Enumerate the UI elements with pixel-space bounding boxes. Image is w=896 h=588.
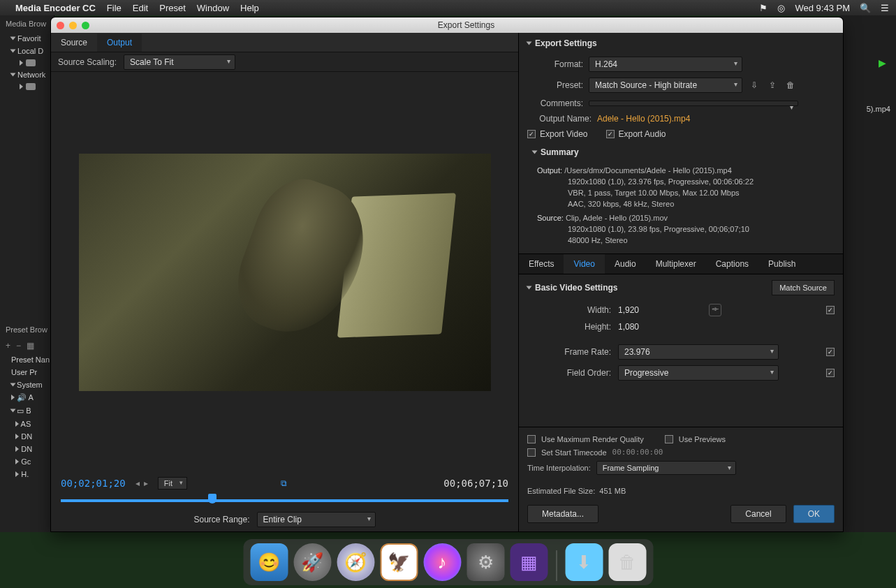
height-label: Height: xyxy=(527,322,611,332)
comments-input[interactable] xyxy=(589,101,798,106)
tab-captions[interactable]: Captions xyxy=(706,254,758,274)
menu-preset[interactable]: Preset xyxy=(159,3,186,13)
height-value[interactable]: 1,080 xyxy=(618,322,674,332)
framerate-dropdown[interactable]: 23.976 xyxy=(618,344,779,360)
notification-icon[interactable]: ⚑ xyxy=(759,3,768,13)
disclosure-icon[interactable] xyxy=(527,42,532,45)
preset-system[interactable]: System xyxy=(0,378,54,391)
cc-icon[interactable]: ◎ xyxy=(777,3,785,13)
width-match-checkbox[interactable] xyxy=(826,306,835,314)
menu-help[interactable]: Help xyxy=(240,3,259,13)
menu-window[interactable]: Window xyxy=(197,3,229,13)
tree-drive[interactable] xyxy=(0,57,54,68)
preset-item[interactable]: DN xyxy=(0,430,54,443)
fieldorder-label: Field Order: xyxy=(527,368,611,378)
preset-options-icon[interactable]: ▦ xyxy=(27,341,34,351)
preset-dropdown[interactable]: Match Source - High bitrate xyxy=(589,78,742,93)
remove-preset-icon[interactable]: − xyxy=(16,341,21,351)
close-window-icon[interactable] xyxy=(57,22,64,29)
tree-local-drives[interactable]: Local D xyxy=(0,45,54,57)
dock-downloads-icon[interactable]: ⬇ xyxy=(565,543,603,581)
source-range-label: Source Range: xyxy=(193,515,249,524)
metadata-button[interactable]: Metadata... xyxy=(527,505,598,523)
output-name-link[interactable]: Adele - Hello (2015).mp4 xyxy=(597,114,690,124)
width-value[interactable]: 1,920 xyxy=(618,305,674,315)
tab-output[interactable]: Output xyxy=(97,34,142,52)
menu-list-icon[interactable]: ☰ xyxy=(881,3,889,13)
preview-pane: Source Output Source Scaling: Scale To F… xyxy=(51,33,519,531)
preset-item[interactable]: Gc xyxy=(0,455,54,468)
dock-safari-icon[interactable]: 🧭 xyxy=(337,543,374,581)
format-dropdown[interactable]: H.264 xyxy=(589,57,742,72)
tab-publish[interactable]: Publish xyxy=(758,254,805,274)
time-interp-dropdown[interactable]: Frame Sampling xyxy=(596,461,736,475)
export-audio-checkbox[interactable] xyxy=(606,130,615,138)
tab-effects[interactable]: Effects xyxy=(519,254,564,274)
delete-preset-icon[interactable]: 🗑 xyxy=(784,79,797,91)
playhead[interactable] xyxy=(208,494,216,504)
settings-pane: Export Settings Format: H.264 Preset: Ma… xyxy=(519,33,843,531)
duration-timecode: 00;06;07;10 xyxy=(443,478,508,489)
use-previews-checkbox[interactable] xyxy=(665,435,673,443)
queue-panel-bg: ▶ 5).mp4 xyxy=(840,15,896,532)
preset-item[interactable]: 🔊 A xyxy=(0,391,54,404)
dock-itunes-icon[interactable]: ♪ xyxy=(423,543,461,581)
menu-file[interactable]: File xyxy=(107,3,122,13)
tab-audio[interactable]: Audio xyxy=(605,254,646,274)
dock-launchpad-icon[interactable]: 🚀 xyxy=(293,543,331,581)
preset-item[interactable]: DN xyxy=(0,443,54,455)
framerate-match-checkbox[interactable] xyxy=(826,348,835,356)
link-dimensions-icon[interactable]: ⬲ xyxy=(709,304,721,316)
dock-trash-icon[interactable]: 🗑 xyxy=(608,543,646,581)
source-scaling-label: Source Scaling: xyxy=(58,57,117,67)
dock-mail-icon[interactable]: 🦅 xyxy=(380,543,418,581)
tree-network[interactable]: Network xyxy=(0,68,54,81)
preset-browser-panel: Preset Brow + − ▦ Preset Nan User Pr Sys… xyxy=(0,321,54,480)
timeline[interactable] xyxy=(51,494,518,508)
start-tc-value[interactable]: 00:00:00:00 xyxy=(612,448,663,457)
add-preset-icon[interactable]: + xyxy=(6,341,10,351)
dock-media-encoder-icon[interactable]: ▦ xyxy=(510,543,548,581)
preset-item[interactable]: AS xyxy=(0,418,54,430)
preset-item[interactable]: H. xyxy=(0,468,54,480)
tree-net-drive[interactable] xyxy=(0,81,54,92)
disclosure-icon[interactable] xyxy=(532,151,538,154)
save-preset-icon[interactable]: ⇩ xyxy=(748,79,761,91)
ok-button[interactable]: OK xyxy=(793,505,835,523)
export-video-label: Export Video xyxy=(540,129,588,139)
fieldorder-match-checkbox[interactable] xyxy=(826,369,835,377)
video-preview[interactable] xyxy=(79,154,491,391)
export-video-checkbox[interactable] xyxy=(527,130,536,138)
crop-icon[interactable]: ⧉ xyxy=(281,478,287,488)
import-preset-icon[interactable]: ⇪ xyxy=(766,79,779,91)
step-back-icon[interactable]: ◂ xyxy=(135,478,140,488)
tab-video[interactable]: Video xyxy=(564,254,604,274)
source-scaling-dropdown[interactable]: Scale To Fit xyxy=(124,54,235,70)
zoom-dropdown[interactable]: Fit xyxy=(158,477,187,490)
dock-finder-icon[interactable]: 😊 xyxy=(250,543,288,581)
step-fwd-icon[interactable]: ▸ xyxy=(144,478,148,488)
fieldorder-dropdown[interactable]: Progressive xyxy=(618,365,779,381)
source-range-dropdown[interactable]: Entire Clip xyxy=(257,512,376,527)
minimize-window-icon[interactable] xyxy=(69,22,77,29)
spotlight-icon[interactable]: 🔍 xyxy=(860,3,871,13)
preset-label: Preset: xyxy=(527,80,583,90)
tree-favorites[interactable]: Favorit xyxy=(0,32,54,45)
match-source-button[interactable]: Match Source xyxy=(772,280,835,295)
dialog-titlebar: Export Settings xyxy=(51,17,843,33)
dock-sysprefs-icon[interactable]: ⚙ xyxy=(467,543,504,581)
current-timecode[interactable]: 00;02;01;20 xyxy=(61,478,126,489)
clock: Wed 9:43 PM xyxy=(795,3,850,13)
preset-user[interactable]: User Pr xyxy=(0,366,54,378)
start-queue-icon[interactable]: ▶ xyxy=(879,57,886,68)
preset-item[interactable]: ▭ B xyxy=(0,404,54,418)
menu-edit[interactable]: Edit xyxy=(133,3,148,13)
max-render-quality-checkbox[interactable] xyxy=(527,435,536,443)
set-start-tc-checkbox[interactable] xyxy=(527,448,536,457)
cancel-button[interactable]: Cancel xyxy=(730,505,786,523)
disclosure-icon[interactable] xyxy=(527,286,532,289)
tab-multiplexer[interactable]: Multiplexer xyxy=(646,254,706,274)
tab-source[interactable]: Source xyxy=(51,34,97,52)
zoom-window-icon[interactable] xyxy=(82,22,89,29)
preset-name-header: Preset Nan xyxy=(0,353,54,366)
